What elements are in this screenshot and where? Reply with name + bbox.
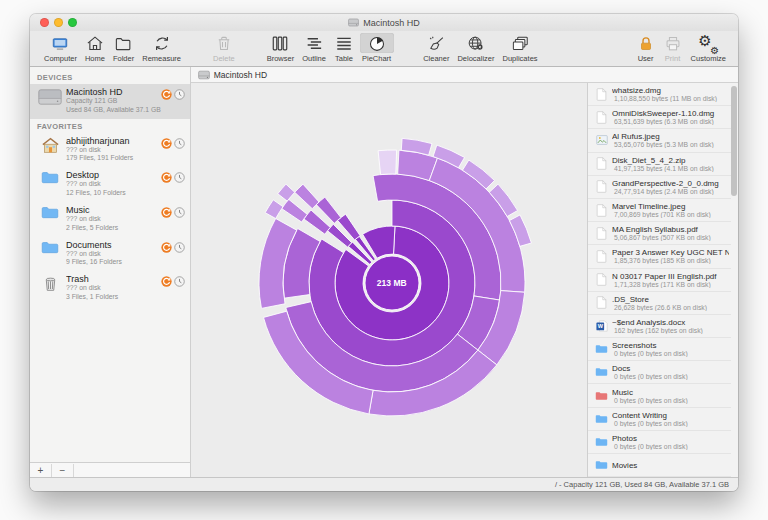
remeasure-badge-icon[interactable] xyxy=(161,138,172,149)
sidebar-item-macintosh-hd[interactable]: Macintosh HD Capacity 121 GB Used 84 GB,… xyxy=(30,84,190,119)
table-label: Table xyxy=(335,54,353,63)
minimize-window-button[interactable] xyxy=(54,18,63,27)
remeasure-badge-icon[interactable] xyxy=(161,89,172,100)
file-row[interactable]: MA English Syllabus.pdf 5,06,867 bytes (… xyxy=(588,222,731,245)
remove-favorite-button[interactable]: − xyxy=(52,464,74,477)
file-row[interactable]: Marvel Timeline.jpeg 7,00,869 bytes (701… xyxy=(588,199,731,222)
file-row[interactable]: Movies xyxy=(588,454,731,477)
user-button[interactable]: User xyxy=(637,33,655,63)
remeasure-badge-icon[interactable] xyxy=(161,242,172,253)
print-button[interactable]: Print xyxy=(663,33,683,63)
outline-list-icon xyxy=(304,33,324,53)
image-icon xyxy=(596,135,608,145)
toolbar: Computer Home Folder Remeasure Delete xyxy=(30,31,738,67)
zoom-window-button[interactable] xyxy=(68,18,77,27)
file-row[interactable]: N 03017 Paper III English.pdf 1,71,328 b… xyxy=(588,269,731,292)
file-list-scrollbar[interactable] xyxy=(731,86,737,196)
gears-icon: ⚙⚙ xyxy=(698,33,718,53)
folder-icon xyxy=(595,344,608,354)
document-icon xyxy=(596,296,607,309)
path-bar[interactable]: Macintosh HD xyxy=(191,67,738,83)
sidebar-list: DEVICES Macintosh HD Capacity 121 GB Use… xyxy=(30,67,190,462)
document-icon xyxy=(596,157,607,170)
file-size: 0 bytes (0 bytes on disk) xyxy=(612,373,729,380)
sidebar-favorite-item[interactable]: Music ??? on disk 2 Files, 5 Folders xyxy=(30,202,190,237)
user-label: User xyxy=(638,54,654,63)
file-row[interactable]: .DS_Store 26,628 bytes (26.6 KB on disk) xyxy=(588,292,731,315)
file-name: GrandPerspective-2_0_0.dmg xyxy=(612,179,729,188)
status-text: / - Capacity 121 GB, Used 84 GB, Availab… xyxy=(555,480,729,489)
file-row[interactable]: Music 0 bytes (0 bytes on disk) xyxy=(588,384,731,407)
remeasure-badge-icon[interactable] xyxy=(161,207,172,218)
file-size: 53,65,076 bytes (5.3 MB on disk) xyxy=(612,141,729,148)
remeasure-button[interactable]: Remeasure xyxy=(142,33,181,63)
history-badge-icon[interactable] xyxy=(174,207,185,218)
file-row[interactable]: Disk_Diet_5_4_2.zip 41,97,135 bytes (4.1… xyxy=(588,153,731,176)
file-size: 5,06,867 bytes (507 KB on disk) xyxy=(612,234,729,241)
file-name: Screenshots xyxy=(612,341,729,350)
printer-icon xyxy=(663,33,683,53)
piechart-label: PieChart xyxy=(362,54,391,63)
broom-icon xyxy=(426,33,447,53)
folder-icon xyxy=(595,367,608,377)
file-row[interactable]: Paper 3 Answer Key UGC NET Nov 2017 1,85… xyxy=(588,245,731,268)
file-size: 0 bytes (0 bytes on disk) xyxy=(612,397,729,404)
device-capacity: Capacity 121 GB xyxy=(66,97,161,106)
file-size: 41,97,135 bytes (4.1 MB on disk) xyxy=(612,165,729,172)
delocalizer-label: Delocalizer xyxy=(457,54,494,63)
computer-icon xyxy=(49,33,71,53)
document-icon xyxy=(596,88,607,101)
history-badge-icon[interactable] xyxy=(174,172,185,183)
file-name: MA English Syllabus.pdf xyxy=(612,225,729,234)
folder-button[interactable]: Folder xyxy=(113,33,134,63)
file-name: Disk_Diet_5_4_2.zip xyxy=(612,156,729,165)
file-name: Music xyxy=(612,388,729,397)
cleaner-button[interactable]: Cleaner xyxy=(423,33,449,63)
folder-icon xyxy=(595,414,608,424)
sidebar-favorite-item[interactable]: abhijithnarjunan ??? on disk 179 Files, … xyxy=(30,133,190,168)
remeasure-badge-icon[interactable] xyxy=(161,172,172,183)
file-row[interactable]: Photos 0 bytes (0 bytes on disk) xyxy=(588,431,731,454)
trash-icon xyxy=(215,33,233,53)
customize-button[interactable]: ⚙⚙ Customize xyxy=(691,33,726,63)
add-favorite-button[interactable]: + xyxy=(30,464,52,477)
duplicates-button[interactable]: Duplicates xyxy=(503,33,538,63)
delete-button[interactable]: Delete xyxy=(213,33,235,63)
history-badge-icon[interactable] xyxy=(174,138,185,149)
sidebar-favorite-item[interactable]: Trash ??? on disk 3 Files, 1 Folders xyxy=(30,271,190,306)
disk-icon xyxy=(348,18,359,27)
close-window-button[interactable] xyxy=(40,18,49,27)
folder-label: Folder xyxy=(113,54,134,63)
delete-label: Delete xyxy=(213,54,235,63)
history-badge-icon[interactable] xyxy=(174,242,185,253)
file-row[interactable]: Docs 0 bytes (0 bytes on disk) xyxy=(588,361,731,384)
remeasure-badge-icon[interactable] xyxy=(161,276,172,287)
computer-button[interactable]: Computer xyxy=(44,33,77,63)
delocalizer-button[interactable]: Delocalizer xyxy=(457,33,494,63)
file-row[interactable]: W ~$end Analysis.docx 162 bytes (162 byt… xyxy=(588,315,731,338)
browser-view-button[interactable]: Browser xyxy=(267,33,295,63)
sidebar-favorite-item[interactable]: Desktop ??? on disk 12 Files, 10 Folders xyxy=(30,167,190,202)
table-view-button[interactable]: Table xyxy=(334,33,354,63)
file-list: whatsize.dmg 1,10,88,550 bytes (11 MB on… xyxy=(588,83,731,477)
history-badge-icon[interactable] xyxy=(174,89,185,100)
file-row[interactable]: Content Writing 0 bytes (0 bytes on disk… xyxy=(588,408,731,431)
file-row[interactable]: whatsize.dmg 1,10,88,550 bytes (11 MB on… xyxy=(588,83,731,106)
favorite-counts: 2 Files, 5 Folders xyxy=(66,224,161,233)
file-row[interactable]: Screenshots 0 bytes (0 bytes on disk) xyxy=(588,338,731,361)
browser-label: Browser xyxy=(267,54,295,63)
piechart-view-button[interactable]: PieChart xyxy=(362,33,391,63)
outline-view-button[interactable]: Outline xyxy=(302,33,326,63)
document-icon xyxy=(596,227,607,240)
document-icon xyxy=(596,250,607,263)
file-row[interactable]: Al Rufus.jpeg 53,65,076 bytes (5.3 MB on… xyxy=(588,129,731,152)
sidebar-favorite-item[interactable]: Documents ??? on disk 9 Files, 16 Folder… xyxy=(30,237,190,272)
file-name: Docs xyxy=(612,364,729,373)
favorite-size: ??? on disk xyxy=(66,146,161,155)
file-row[interactable]: OmniDiskSweeper-1.10.dmg 63,51,639 bytes… xyxy=(588,106,731,129)
home-button[interactable]: Home xyxy=(85,33,105,63)
history-badge-icon[interactable] xyxy=(174,276,185,287)
main-area: Macintosh HD 213 MB xyxy=(191,67,738,477)
file-row[interactable]: GrandPerspective-2_0_0.dmg 24,77,914 byt… xyxy=(588,176,731,199)
sunburst-chart[interactable]: 213 MB xyxy=(237,128,547,438)
